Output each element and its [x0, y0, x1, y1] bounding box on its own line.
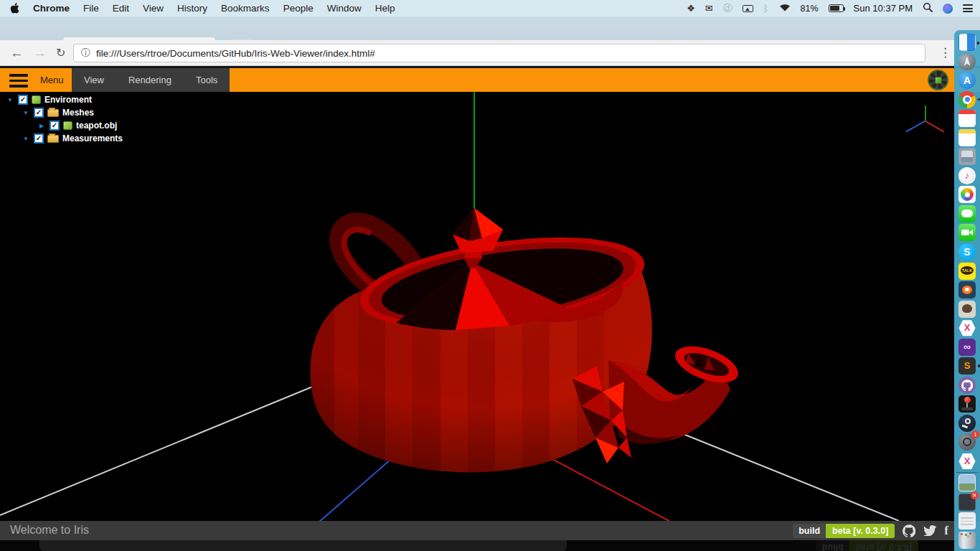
- iris-logo-icon[interactable]: [928, 70, 948, 90]
- menubar-item-view[interactable]: View: [143, 3, 164, 14]
- menubar-clock[interactable]: Sun 10:37 PM: [854, 3, 913, 14]
- bluetooth-icon[interactable]: ᛒ: [763, 3, 769, 14]
- folder-icon: [47, 109, 59, 117]
- facebook-icon[interactable]: f: [944, 524, 948, 538]
- menubar-item-bookmarks[interactable]: Bookmarks: [221, 3, 270, 14]
- app-status-bar: Welcome to Iris build beta [v. 0.3.0] f: [0, 521, 980, 540]
- viewport-3d-canvas[interactable]: ▼✓Enviroment▼✓Meshes▶✓teapot.obj▼✓Measur…: [0, 92, 980, 521]
- chrome-tab-strip: IRIS Viewer - [v. 0.3.0 - Beta] ✕ Guest: [0, 17, 980, 40]
- wifi-icon[interactable]: [779, 3, 791, 14]
- iris-app-bar: Menu ViewRenderingTools: [0, 66, 980, 92]
- app-tab-tools[interactable]: Tools: [184, 68, 230, 92]
- dock-visual-studio[interactable]: ∞: [958, 339, 976, 356]
- dock-badge: ✕: [971, 491, 979, 499]
- menubar-item-history[interactable]: History: [177, 3, 207, 14]
- dock-stack-papers[interactable]: [958, 512, 976, 529]
- chrome-toolbar: ← → ↻ ⓘ file:///Users/rtroe/Documents/Gi…: [0, 40, 980, 66]
- statusbar-reflection: build beta [v. 0.3.0]: [816, 540, 918, 551]
- dock-kakaotalk[interactable]: TALK: [958, 263, 976, 280]
- build-badge: build: [793, 524, 826, 538]
- page-info-icon[interactable]: ⓘ: [81, 47, 90, 60]
- app-tab-rendering[interactable]: Rendering: [116, 68, 184, 92]
- beta-version-badge: beta [v. 0.3.0]: [826, 524, 895, 538]
- expand-toggle-icon[interactable]: ▼: [22, 110, 30, 116]
- teapot-model: [287, 201, 746, 502]
- dropbox-icon[interactable]: ❖: [687, 3, 695, 14]
- tree-row-enviroment: ▼✓Enviroment: [3, 93, 123, 106]
- battery-icon[interactable]: [829, 4, 844, 12]
- bottom-strip: build beta [v. 0.3.0]: [0, 540, 980, 551]
- dock-chrome[interactable]: [958, 91, 976, 108]
- menubar-app-name[interactable]: Chrome: [33, 3, 70, 14]
- url-text[interactable]: file:///Users/rtroe/Documents/GitHub/Iri…: [96, 48, 375, 59]
- mail-icon[interactable]: ✉: [705, 3, 713, 14]
- battery-percent: 81%: [801, 4, 819, 14]
- dock-system-utility[interactable]: [958, 148, 976, 165]
- address-bar[interactable]: ⓘ file:///Users/rtroe/Documents/GitHub/I…: [73, 44, 925, 62]
- visibility-checkbox[interactable]: ✓: [34, 108, 44, 118]
- cube-icon: [63, 121, 72, 130]
- dock-app-store[interactable]: A: [958, 72, 976, 89]
- dock-facetime[interactable]: [958, 224, 976, 241]
- dock-trash[interactable]: [958, 532, 976, 549]
- tree-row-meshes: ▼✓Meshes: [3, 106, 123, 119]
- dock-itunes[interactable]: ♪: [958, 167, 976, 184]
- dock-launchpad[interactable]: [958, 53, 976, 70]
- expand-toggle-icon[interactable]: ▶: [37, 123, 46, 129]
- dock-badge: 1: [971, 430, 979, 438]
- drive-icon[interactable]: ⓓ: [723, 2, 732, 15]
- dock-finder[interactable]: [958, 34, 976, 51]
- chrome-menu-icon[interactable]: ⋮: [939, 45, 951, 60]
- github-icon[interactable]: [903, 524, 915, 537]
- dock-github-desktop[interactable]: [958, 377, 976, 394]
- menubar-item-people[interactable]: People: [283, 3, 314, 14]
- cube-icon: [32, 95, 41, 104]
- macos-dock: A♪STALKX∞S1X✕: [954, 30, 980, 551]
- visibility-checkbox[interactable]: ✓: [50, 121, 60, 131]
- notification-center-icon[interactable]: [963, 4, 973, 12]
- scene-tree: ▼✓Enviroment▼✓Meshes▶✓teapot.obj▼✓Measur…: [3, 93, 123, 145]
- expand-toggle-icon[interactable]: ▼: [6, 97, 14, 103]
- dock-blender[interactable]: [958, 281, 976, 298]
- dock-notes[interactable]: [958, 129, 976, 146]
- spotlight-icon[interactable]: [923, 2, 933, 14]
- forward-button[interactable]: →: [33, 44, 47, 62]
- dock-skype[interactable]: S: [958, 243, 976, 260]
- dock-gimp[interactable]: [958, 301, 976, 318]
- expand-toggle-icon[interactable]: ▼: [22, 136, 30, 142]
- airplay-icon[interactable]: [743, 5, 753, 12]
- version-badges: build beta [v. 0.3.0]: [793, 524, 895, 538]
- dock-stack-documents[interactable]: ✕: [958, 494, 976, 511]
- folder-icon: [47, 135, 59, 143]
- apple-menu-icon[interactable]: [10, 3, 19, 14]
- visibility-checkbox[interactable]: ✓: [18, 95, 28, 105]
- twitter-icon[interactable]: [923, 525, 936, 536]
- status-message: Welcome to Iris: [10, 524, 89, 537]
- menubar-item-help[interactable]: Help: [375, 3, 395, 14]
- dock-xamarin-studio[interactable]: X: [958, 453, 976, 470]
- visibility-checkbox[interactable]: ✓: [34, 133, 44, 143]
- dock-stack-images[interactable]: [958, 474, 976, 491]
- dock-openemu[interactable]: [958, 395, 976, 413]
- menubar-item-window[interactable]: Window: [327, 3, 362, 14]
- back-button[interactable]: ←: [10, 44, 24, 62]
- dock-xamarin[interactable]: X: [958, 319, 976, 336]
- app-nav-tabs: ViewRenderingTools: [72, 68, 230, 92]
- dock-steam[interactable]: [958, 415, 976, 432]
- dock-messages[interactable]: [958, 205, 976, 222]
- siri-icon[interactable]: [943, 4, 953, 14]
- hamburger-icon[interactable]: [9, 74, 28, 88]
- tree-row-teapot-obj: ▶✓teapot.obj: [3, 119, 123, 132]
- menubar-item-edit[interactable]: Edit: [113, 3, 129, 14]
- dock-photos[interactable]: [958, 186, 976, 203]
- dock-sublime-text[interactable]: S: [958, 357, 976, 375]
- dock-divider: [956, 472, 978, 473]
- menubar-item-file[interactable]: File: [83, 3, 99, 14]
- reload-button[interactable]: ↻: [56, 44, 65, 62]
- app-tab-view[interactable]: View: [72, 68, 116, 92]
- menu-label[interactable]: Menu: [40, 75, 64, 85]
- tree-row-measurements: ▼✓Measurements: [3, 132, 123, 145]
- macos-menu-bar: Chrome FileEditViewHistoryBookmarksPeopl…: [0, 0, 980, 17]
- dock-calendar[interactable]: [958, 110, 976, 127]
- dock-game-app[interactable]: 1: [958, 433, 976, 451]
